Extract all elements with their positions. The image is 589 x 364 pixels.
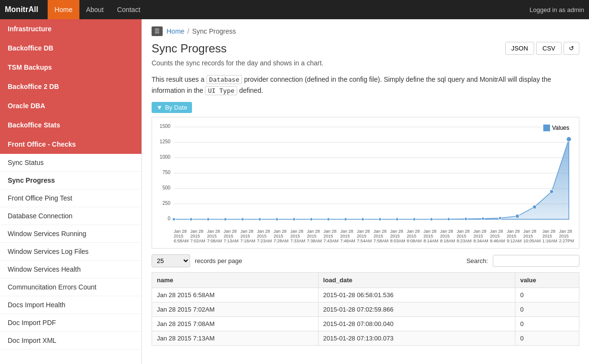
info-text: This result uses a Database provider con… bbox=[152, 74, 579, 96]
svg-point-18 bbox=[224, 218, 227, 221]
sidebar-item-doc-xml[interactable]: Doc Import XML bbox=[0, 332, 141, 350]
sidebar-group-tsm[interactable]: TSM Backups bbox=[0, 58, 141, 77]
svg-point-31 bbox=[447, 217, 450, 220]
search-input[interactable] bbox=[493, 255, 579, 267]
col-value: value bbox=[515, 272, 579, 288]
svg-point-17 bbox=[207, 218, 210, 221]
sidebar-group-backoffice2[interactable]: Backoffice 2 DB bbox=[0, 77, 141, 96]
svg-point-37 bbox=[550, 189, 553, 193]
search-label: Search: bbox=[466, 257, 488, 264]
menu-icon: ☰ bbox=[152, 26, 163, 36]
page-header: Sync Progress JSON CSV ↺ bbox=[152, 42, 579, 55]
svg-text:1250: 1250 bbox=[160, 139, 171, 144]
nav-contact[interactable]: Contact bbox=[110, 0, 147, 19]
chart-svg: 1500 1250 1000 750 500 250 0 bbox=[157, 122, 574, 228]
svg-text:500: 500 bbox=[162, 185, 170, 190]
col-load-date: load_date bbox=[318, 272, 515, 288]
logged-in-text: Logged in as admin bbox=[530, 6, 584, 13]
svg-point-34 bbox=[499, 216, 501, 219]
sidebar-group-infrastructure[interactable]: Infrastructure bbox=[0, 19, 141, 38]
breadcrumb-sep: / bbox=[187, 27, 189, 35]
records-label: records per page bbox=[195, 257, 242, 264]
svg-point-20 bbox=[258, 218, 261, 221]
sidebar-item-win-running[interactable]: Window Services Running bbox=[0, 225, 141, 243]
table-header-row: name load_date value bbox=[152, 272, 579, 288]
filter-label: By Date bbox=[165, 104, 187, 111]
svg-point-22 bbox=[293, 218, 295, 221]
csv-button[interactable]: CSV bbox=[536, 42, 562, 55]
filter-icon: ▼ bbox=[156, 104, 163, 111]
svg-point-27 bbox=[379, 218, 382, 221]
svg-text:1500: 1500 bbox=[160, 124, 171, 129]
breadcrumb-home[interactable]: Home bbox=[166, 27, 184, 35]
sidebar-item-db-connection[interactable]: Database Connection bbox=[0, 207, 141, 225]
sidebar-item-doc-pdf[interactable]: Doc Import PDF bbox=[0, 314, 141, 332]
sidebar-item-win-logfiles[interactable]: Window Services Log Files bbox=[0, 243, 141, 261]
sidebar-group-frontoffice[interactable]: Front Office - Checks bbox=[0, 135, 141, 154]
table-cell-load_date: 2015-01-28 07:13:00.073 bbox=[318, 331, 515, 345]
chart-legend: Values bbox=[543, 125, 569, 131]
table-cell-value: 0 bbox=[515, 302, 579, 316]
table-cell-value: 0 bbox=[515, 331, 579, 345]
table-cell-load_date: 2015-01-28 07:08:00.040 bbox=[318, 316, 515, 331]
page-title: Sync Progress bbox=[152, 42, 227, 55]
info-text-3: defined. bbox=[239, 87, 263, 94]
legend-label: Values bbox=[552, 125, 569, 131]
table-row: Jan 28 2015 7:02AM2015-01-28 07:02:59.86… bbox=[152, 302, 579, 316]
svg-text:1000: 1000 bbox=[160, 154, 171, 160]
table-cell-value: 0 bbox=[515, 288, 579, 302]
layout: Infrastructure Backoffice DB TSM Backups… bbox=[0, 19, 589, 364]
brand-logo: MonitrAll bbox=[5, 5, 38, 14]
svg-point-15 bbox=[172, 218, 175, 221]
legend-color-box bbox=[543, 125, 550, 131]
filter-badge[interactable]: ▼ By Date bbox=[152, 102, 192, 113]
sidebar-item-sync-progress[interactable]: Sync Progress bbox=[0, 172, 141, 189]
sidebar-group-backoffice-stats[interactable]: Backoffice Stats bbox=[0, 115, 141, 135]
header-buttons: JSON CSV ↺ bbox=[505, 42, 579, 55]
nav-about[interactable]: About bbox=[79, 0, 111, 19]
svg-point-36 bbox=[533, 205, 537, 209]
db-badge: Database bbox=[206, 75, 243, 84]
svg-point-30 bbox=[430, 218, 433, 221]
json-button[interactable]: JSON bbox=[505, 42, 535, 55]
table-cell-value: 0 bbox=[515, 316, 579, 331]
sidebar-group-oracle[interactable]: Oracle DBA bbox=[0, 96, 141, 115]
svg-point-19 bbox=[241, 218, 244, 221]
data-table: name load_date value Jan 28 2015 6:58AM2… bbox=[152, 272, 579, 346]
sidebar-group-backoffice-db[interactable]: Backoffice DB bbox=[0, 38, 141, 58]
svg-point-29 bbox=[413, 218, 416, 221]
svg-point-32 bbox=[464, 217, 467, 220]
chart-container: Values 1500 1250 1000 750 500 250 0 bbox=[152, 117, 579, 249]
sidebar: Infrastructure Backoffice DB TSM Backups… bbox=[0, 19, 142, 364]
sidebar-item-sync-status[interactable]: Sync Status bbox=[0, 154, 141, 172]
sidebar-item-comm-errors[interactable]: Communcitation Errors Count bbox=[0, 278, 141, 296]
table-cell-name: Jan 28 2015 7:08AM bbox=[152, 316, 319, 331]
breadcrumb-current: Sync Progress bbox=[192, 27, 236, 35]
table-row: Jan 28 2015 7:08AM2015-01-28 07:08:00.04… bbox=[152, 316, 579, 331]
table-cell-load_date: 2015-01-28 07:02:59.866 bbox=[318, 302, 515, 316]
svg-point-16 bbox=[190, 218, 192, 221]
col-name: name bbox=[152, 272, 319, 288]
sidebar-item-docs-import[interactable]: Docs Import Health bbox=[0, 296, 141, 314]
top-nav: MonitrAll Home About Contact Logged in a… bbox=[0, 0, 589, 19]
svg-text:0: 0 bbox=[168, 216, 171, 221]
table-cell-name: Jan 28 2015 6:58AM bbox=[152, 288, 319, 302]
records-per-page-select[interactable]: 10 25 50 100 bbox=[152, 254, 190, 267]
main-content: ☰ Home / Sync Progress Sync Progress JSO… bbox=[142, 19, 589, 364]
table-row: Jan 28 2015 7:13AM2015-01-28 07:13:00.07… bbox=[152, 331, 579, 345]
svg-point-24 bbox=[327, 218, 330, 221]
chart-x-labels: Jan 2820156:58AM Jan 2820157:02AM Jan 28… bbox=[157, 229, 574, 243]
refresh-button[interactable]: ↺ bbox=[563, 42, 579, 55]
svg-point-38 bbox=[566, 137, 571, 141]
breadcrumb: ☰ Home / Sync Progress bbox=[152, 26, 579, 36]
nav-links: Home About Contact bbox=[48, 0, 147, 19]
sidebar-item-ping-test[interactable]: Front Office Ping Test bbox=[0, 189, 141, 207]
chart-inner: Values 1500 1250 1000 750 500 250 0 bbox=[157, 122, 574, 228]
svg-point-23 bbox=[310, 218, 313, 221]
page-subtitle: Counts the sync records for the day and … bbox=[152, 59, 579, 67]
sidebar-item-win-health[interactable]: Window Services Health bbox=[0, 261, 141, 278]
svg-point-35 bbox=[515, 214, 519, 218]
nav-home[interactable]: Home bbox=[48, 0, 79, 19]
table-cell-load_date: 2015-01-28 06:58:01.536 bbox=[318, 288, 515, 302]
svg-text:750: 750 bbox=[162, 170, 170, 175]
